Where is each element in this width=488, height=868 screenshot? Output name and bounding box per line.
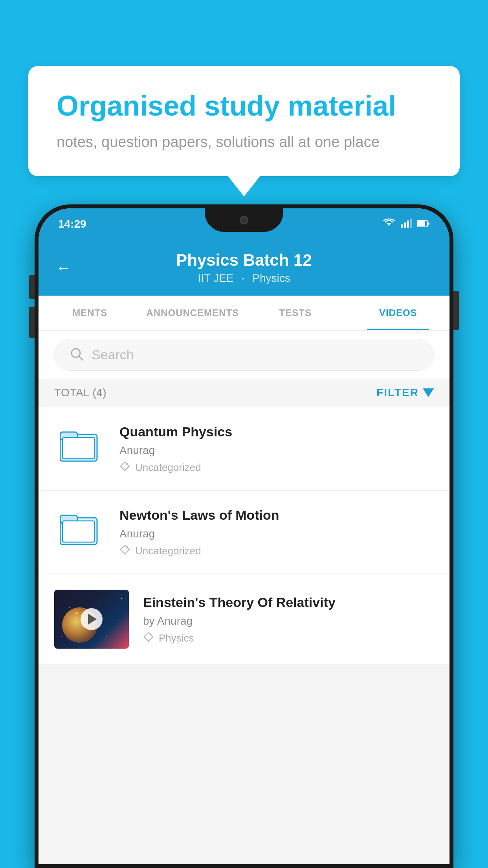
tag-icon-1 (119, 461, 130, 474)
batch-title: Physics Batch 12 (176, 251, 312, 270)
battery-icon (417, 218, 430, 230)
video-item-3[interactable]: Einstein's Theory Of Relativity by Anura… (39, 574, 449, 665)
header-subtitle: IIT JEE · Physics (198, 272, 290, 285)
video-thumbnail-3 (54, 590, 129, 649)
video-title-1: Quantum Physics (119, 423, 434, 440)
phone-screen: 14:29 (39, 208, 449, 864)
svg-rect-1 (401, 224, 403, 228)
app-header: ← Physics Batch 12 IIT JEE · Physics (39, 240, 449, 296)
video-item-2[interactable]: Newton's Laws of Motion Anurag Uncategor… (39, 491, 449, 574)
phone-notch (205, 208, 283, 232)
video-info-1: Quantum Physics Anurag Uncategorized (119, 423, 434, 474)
svg-rect-12 (62, 438, 95, 459)
svg-rect-6 (418, 221, 425, 226)
phone-frame: 14:29 (35, 204, 453, 868)
filter-button[interactable]: FILTER (376, 386, 434, 399)
svg-rect-2 (404, 223, 406, 228)
video-tag-2: Uncategorized (119, 544, 434, 558)
status-time: 14:29 (58, 218, 86, 230)
tab-videos[interactable]: VIDEOS (347, 296, 450, 330)
svg-point-8 (72, 349, 80, 357)
tag-icon-2 (119, 544, 130, 558)
video-tag-3: Physics (143, 631, 434, 645)
svg-point-18 (150, 633, 152, 635)
total-count: TOTAL (4) (54, 386, 106, 399)
search-bar[interactable]: Search (54, 339, 434, 371)
signal-icon (401, 218, 412, 230)
video-author-3: by Anurag (143, 615, 434, 627)
subtitle-iitjee: IIT JEE (198, 272, 233, 285)
video-info-2: Newton's Laws of Motion Anurag Uncategor… (119, 506, 434, 558)
volume-up-button (29, 275, 35, 299)
video-list: Quantum Physics Anurag Uncategorized (39, 407, 449, 665)
video-thumbnail-1 (54, 423, 105, 466)
bubble-subtitle: notes, question papers, solutions all at… (57, 132, 431, 153)
video-tag-1: Uncategorized (119, 461, 434, 474)
filter-bar: TOTAL (4) FILTER (39, 379, 449, 407)
svg-marker-0 (387, 223, 391, 226)
tab-tests[interactable]: TESTS (244, 296, 347, 330)
video-author-1: Anurag (119, 444, 434, 457)
svg-point-17 (126, 546, 128, 548)
wifi-icon (383, 218, 395, 230)
video-author-2: Anurag (119, 528, 434, 540)
play-icon (88, 614, 97, 625)
svg-rect-3 (407, 221, 409, 228)
tab-ments[interactable]: MENTS (39, 296, 141, 330)
back-button[interactable]: ← (56, 259, 72, 277)
power-button (453, 291, 459, 330)
video-title-3: Einstein's Theory Of Relativity (143, 594, 434, 611)
subtitle-sep: · (242, 272, 245, 285)
filter-icon (423, 388, 434, 397)
status-bar: 14:29 (39, 208, 449, 240)
front-camera (240, 216, 248, 224)
speech-bubble: Organised study material notes, question… (28, 66, 460, 176)
search-icon (70, 348, 84, 362)
svg-rect-16 (62, 521, 95, 542)
bubble-title: Organised study material (57, 90, 431, 122)
video-thumbnail-2 (54, 506, 105, 550)
play-button-3[interactable] (81, 608, 103, 630)
svg-point-13 (126, 463, 128, 465)
subtitle-physics: Physics (252, 272, 290, 285)
tag-icon-3 (143, 631, 154, 645)
search-input-placeholder: Search (92, 347, 134, 362)
svg-rect-4 (410, 219, 412, 228)
video-item-1[interactable]: Quantum Physics Anurag Uncategorized (39, 407, 449, 491)
svg-line-9 (79, 357, 83, 360)
svg-rect-7 (428, 223, 429, 225)
tabs-bar: MENTS ANNOUNCEMENTS TESTS VIDEOS (39, 296, 449, 331)
video-info-3: Einstein's Theory Of Relativity by Anura… (143, 594, 434, 645)
volume-down-button (29, 307, 35, 338)
video-title-2: Newton's Laws of Motion (119, 506, 434, 524)
search-bar-container: Search (39, 331, 449, 379)
status-icons (383, 218, 430, 230)
tab-announcements[interactable]: ANNOUNCEMENTS (141, 296, 244, 330)
